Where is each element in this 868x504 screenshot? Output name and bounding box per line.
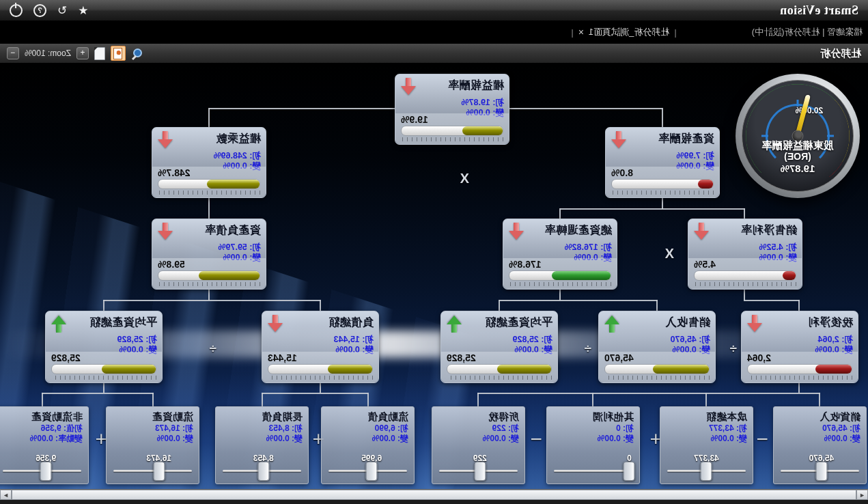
slider-track[interactable] [554, 470, 632, 472]
trend-arrow-icon [611, 130, 627, 150]
init-value: 初: 19.87% [400, 98, 504, 108]
trend-arrow-icon [604, 314, 620, 333]
progress-fill [199, 271, 260, 280]
node-total-liabilities[interactable]: 負債總額 初: 15,443 變: 0.00% 15,443 [262, 311, 379, 383]
slider-node-sales[interactable]: 銷貨收入 初: 45,670 變: 0.00% 45,670 [773, 406, 867, 484]
connector-line [477, 393, 479, 406]
slider-node-noncurrent-assets[interactable]: 非流動資產 初值: 9,356 變動率: 0.00% 9,356 [0, 406, 89, 484]
node-net-profit-margin[interactable]: 銷售淨利率 初: 4.52% 變: 0.00% 4.5% [688, 219, 802, 290]
bar-section: 4.5% [688, 258, 802, 289]
star-icon[interactable]: ★ [78, 5, 88, 16]
horizontal-scrollbar[interactable]: ◄ ► [0, 489, 868, 500]
node-roe[interactable]: 權益報酬率 初: 19.87% 變: 0.00% 19.9% [395, 74, 509, 145]
gauge-tick-label: 20.00% [796, 106, 824, 115]
node-avg-total-assets-2[interactable]: 平均資產總額 初: 25,829 變: 0.00% 25,829 [45, 311, 163, 383]
help-icon[interactable]: ? [33, 4, 46, 17]
ruler-ticks [401, 137, 503, 141]
progress-fill [783, 271, 796, 280]
ruler-ticks [509, 282, 611, 286]
zoom-in-button[interactable]: + [76, 47, 89, 59]
node-roa[interactable]: 資產報酬率 初: 7.99% 變: 0.00% 8.0% [605, 127, 720, 198]
progress-bar [611, 179, 714, 189]
connector-line [560, 208, 745, 210]
page-title: 杜邦分析 [820, 47, 861, 60]
slider-handle[interactable] [815, 462, 827, 481]
toolbar: 杜邦分析 + Zoom: 100% − [0, 44, 868, 63]
gauge-tick [827, 135, 834, 137]
init-value: 初: 16,473 [112, 423, 193, 434]
connector-line [559, 208, 561, 219]
change-value: 變: 0.00% [779, 434, 860, 444]
connector-line [42, 393, 154, 394]
node-net-income[interactable]: 稅後淨利 初: 2,064 變: 0.00% 2,064 [741, 311, 858, 383]
progress-bar [694, 270, 796, 281]
scrollbar-thumb[interactable] [12, 490, 856, 500]
tab-label[interactable]: 杜邦分析_測試頁面1 [589, 26, 669, 38]
node-debt-ratio[interactable]: 資產負債率 初: 59.79% 變: 0.00% 59.8% [152, 219, 266, 290]
scroll-right-icon[interactable]: ► [0, 490, 12, 500]
progress-bar [158, 179, 260, 189]
slider-node-current-liabilities[interactable]: 流動負債 初: 6,990 變: 0.00% 6,995 [321, 406, 415, 484]
breadcrumb[interactable]: 檔案總管 | 杜邦分析(設計中) [752, 26, 863, 38]
magnifier-icon[interactable] [131, 47, 143, 59]
trend-arrow-icon [400, 77, 417, 96]
value-slider[interactable]: 0 [554, 453, 632, 477]
progress-bar [401, 126, 503, 136]
value-slider[interactable]: 16,473 [113, 453, 192, 477]
slider-node-current-assets[interactable]: 流動資產 初: 16,473 變: 0.00% 16,473 [106, 406, 199, 484]
node-equity-multiplier[interactable]: 權益乘數 初: 248.69% 變: 0.00% 248.7% [152, 127, 266, 198]
value-slider[interactable]: 229 [439, 453, 518, 477]
bottom-strip [0, 500, 868, 504]
report-icon[interactable] [111, 46, 126, 61]
bar-section: 45,670 [599, 352, 715, 382]
progress-bar [604, 364, 710, 374]
zoom-out-button[interactable]: − [7, 47, 19, 59]
value-slider[interactable]: 6,995 [328, 453, 407, 477]
slider-node-other-profit[interactable]: 其他利潤 初: 0 變: 0.00% 0 [546, 406, 640, 484]
slider-node-income-tax[interactable]: 所得稅 初: 229 變: 0.00% 229 [432, 406, 525, 484]
node-asset-turnover[interactable]: 總資產週轉率 初: 176.82% 變: 0.00% 176.8% [503, 219, 617, 290]
init-value: 初: 43,377 [666, 423, 747, 434]
progress-bar [268, 364, 373, 374]
connector-line [209, 108, 395, 109]
connector-line [499, 300, 658, 301]
divide-operator: ÷ [585, 341, 591, 356]
slider-handle[interactable] [366, 462, 378, 481]
slider-handle[interactable] [40, 462, 52, 481]
refresh-icon[interactable]: ↻ [57, 5, 67, 16]
slider-node-total-cost[interactable]: 成本總額 初: 43,377 變: 0.00% 43,377 [660, 406, 753, 484]
ruler-ticks [747, 376, 852, 380]
slider-handle[interactable] [474, 462, 486, 481]
ruler-ticks [447, 376, 552, 380]
progress-fill [653, 365, 709, 374]
bar-section: 25,829 [46, 352, 162, 382]
node-sales-revenue[interactable]: 銷售收入 初: 45,670 變: 0.00% 45,670 [598, 311, 716, 383]
connector-line [559, 290, 561, 300]
ruler-ticks [158, 191, 260, 195]
slider-handle[interactable] [624, 462, 635, 481]
page-icon[interactable] [94, 47, 105, 60]
power-icon[interactable] [10, 4, 23, 17]
gauge-tick [761, 135, 768, 137]
connector-line [744, 290, 745, 300]
value-slider[interactable]: 45,670 [781, 453, 859, 477]
slider-handle[interactable] [701, 462, 712, 481]
progress-fill [207, 180, 260, 188]
slider-node-longterm-liabilities[interactable]: 長期負債 初: 8,453 變: 0.00% 8,453 [215, 406, 309, 484]
value-slider[interactable]: 9,356 [3, 453, 81, 477]
value-slider[interactable]: 43,377 [667, 453, 746, 477]
bar-section: 248.7% [152, 167, 266, 197]
node-title: 銷售淨利率 [741, 223, 798, 238]
value-slider[interactable]: 8,453 [223, 453, 301, 477]
init-value: 初: 0 [552, 423, 634, 434]
node-avg-total-assets[interactable]: 平均資產總額 初: 25,829 變: 0.00% 25,829 [440, 311, 558, 383]
tab-separator: | [674, 27, 676, 38]
node-title: 所得稅 [438, 410, 519, 423]
slider-handle[interactable] [257, 462, 269, 481]
bar-section: 59.8% [152, 258, 266, 289]
scroll-left-icon[interactable]: ◄ [856, 490, 868, 500]
progress-fill [815, 365, 852, 374]
close-icon[interactable]: × [578, 27, 584, 38]
slider-handle[interactable] [153, 462, 165, 481]
bar-section: 25,829 [441, 352, 557, 382]
